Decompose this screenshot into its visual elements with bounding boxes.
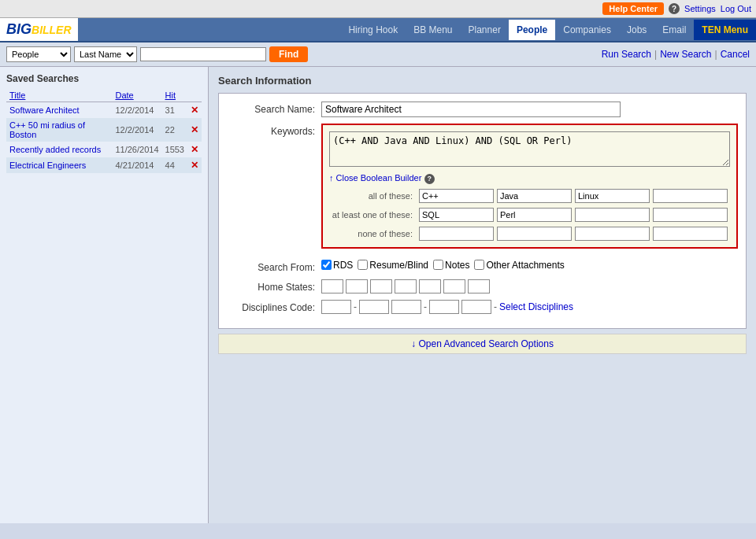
- table-row: Recently added records 11/26/2014 1553 ✕: [6, 142, 202, 157]
- all-input-3[interactable]: [653, 189, 728, 203]
- resume-blind-label[interactable]: Resume/Blind: [358, 260, 428, 271]
- content: Search Information Boolean Builder for C…: [209, 67, 756, 523]
- disc-input-3[interactable]: [429, 300, 459, 314]
- notes-checkbox[interactable]: [433, 260, 443, 270]
- none-input-0[interactable]: [419, 227, 494, 241]
- all-input-0[interactable]: [419, 189, 494, 203]
- state-input-4[interactable]: [419, 279, 441, 293]
- nav-bb-menu[interactable]: BB Menu: [406, 20, 460, 40]
- keywords-value: (C++ AND Java AND Linux) AND (SQL OR Per…: [321, 124, 738, 253]
- none-label: none of these:: [329, 229, 416, 238]
- advanced-options-link[interactable]: ↓ Open Advanced Search Options: [411, 338, 554, 349]
- close-boolean-link[interactable]: ↑ Close Boolean Builder: [329, 173, 421, 183]
- search-from-row: Search From: RDS Resume/Blind Notes Othe…: [227, 260, 738, 273]
- delete-btn-1[interactable]: ✕: [191, 124, 198, 135]
- none-input-1[interactable]: [497, 227, 572, 241]
- other-attachments-checkbox[interactable]: [474, 260, 484, 270]
- disciplines-value: - - - Select Disciplines: [321, 300, 738, 314]
- saved-search-link-0[interactable]: Software Architect: [9, 105, 80, 115]
- delete-btn-2[interactable]: ✕: [191, 144, 198, 155]
- col-title-header[interactable]: Title: [6, 89, 112, 102]
- search-information-heading: Search Information: [218, 75, 747, 87]
- saved-search-link-2[interactable]: Recently added records: [9, 145, 101, 154]
- saved-searches-heading: Saved Searches: [6, 73, 202, 84]
- nav-links: Hiring Hook BB Menu Planner People Compa…: [78, 20, 756, 40]
- help-center-button[interactable]: Help Center: [602, 2, 664, 15]
- logo-biller: BILLER: [32, 24, 72, 36]
- rds-label[interactable]: RDS: [321, 260, 353, 271]
- select-disciplines-link[interactable]: Select Disciplines: [499, 301, 573, 312]
- nav-companies[interactable]: Companies: [555, 20, 619, 40]
- saved-search-link-1[interactable]: C++ 50 mi radius of Boston: [9, 120, 85, 139]
- other-attachments-label[interactable]: Other Attachments: [474, 260, 564, 271]
- disciplines-inputs: - - - Select Disciplines: [321, 300, 738, 314]
- search-type-select[interactable]: People Companies Jobs: [6, 46, 71, 62]
- delete-btn-3[interactable]: ✕: [191, 160, 198, 171]
- saved-search-date-1: 12/2/2014: [112, 118, 161, 142]
- keywords-textarea[interactable]: (C++ AND Java AND Linux) AND (SQL OR Per…: [329, 131, 730, 167]
- search-field-select[interactable]: Last Name First Name Email: [74, 46, 137, 62]
- saved-search-link-3[interactable]: Electrical Engineers: [9, 161, 86, 170]
- all-fields-row: all of these:: [329, 189, 730, 203]
- state-input-1[interactable]: [346, 279, 368, 293]
- state-input-2[interactable]: [370, 279, 392, 293]
- nav-ten-menu[interactable]: TEN Menu: [694, 20, 756, 40]
- atleast-input-2[interactable]: [575, 208, 650, 222]
- disc-input-0[interactable]: [321, 300, 351, 314]
- atleast-input-0[interactable]: [419, 208, 494, 222]
- nav-bar: BIG BILLER Hiring Hook BB Menu Planner P…: [0, 18, 756, 42]
- disc-input-4[interactable]: [461, 300, 491, 314]
- search-name-value: [321, 102, 738, 117]
- state-input-5[interactable]: [443, 279, 465, 293]
- none-input-3[interactable]: [653, 227, 728, 241]
- none-input-2[interactable]: [575, 227, 650, 241]
- footer: Settings | Contact Us | Help Center | Se…: [0, 523, 756, 539]
- nav-hiring-hook[interactable]: Hiring Hook: [340, 20, 406, 40]
- saved-search-hits-1: 22: [162, 118, 187, 142]
- search-from-checkboxes: RDS Resume/Blind Notes Other Attachments: [321, 260, 738, 271]
- nav-planner[interactable]: Planner: [461, 20, 509, 40]
- settings-link[interactable]: Settings: [684, 4, 716, 13]
- action-links: Run Search | New Search | Cancel: [602, 49, 750, 60]
- delete-btn-0[interactable]: ✕: [191, 105, 198, 116]
- logo-big: BIG: [6, 21, 32, 38]
- state-input-6[interactable]: [468, 279, 490, 293]
- keywords-row: Keywords: (C++ AND Java AND Linux) AND (…: [227, 124, 738, 253]
- atleast-input-3[interactable]: [653, 208, 728, 222]
- saved-search-hits-3: 44: [162, 157, 187, 173]
- search-form: Search Name: Keywords: (C++ AND Java AND…: [218, 93, 747, 329]
- disc-input-1[interactable]: [359, 300, 389, 314]
- notes-label[interactable]: Notes: [433, 260, 469, 271]
- resume-blind-checkbox[interactable]: [358, 260, 368, 270]
- state-input-3[interactable]: [395, 279, 417, 293]
- boolean-help-icon[interactable]: ?: [424, 174, 435, 184]
- nav-jobs[interactable]: Jobs: [619, 20, 654, 40]
- table-row: C++ 50 mi radius of Boston 12/2/2014 22 …: [6, 118, 202, 142]
- all-input-2[interactable]: [575, 189, 650, 203]
- boolean-box: (C++ AND Java AND Linux) AND (SQL OR Per…: [321, 124, 738, 249]
- rds-checkbox[interactable]: [321, 260, 332, 270]
- col-date-header[interactable]: Date: [112, 89, 161, 102]
- logout-link[interactable]: Log Out: [721, 4, 751, 13]
- disc-input-2[interactable]: [391, 300, 421, 314]
- search-name-input[interactable]: [321, 102, 621, 117]
- atleast-input-1[interactable]: [497, 208, 572, 222]
- find-button[interactable]: Find: [269, 46, 308, 62]
- home-states-label: Home States:: [227, 279, 321, 293]
- new-search-link[interactable]: New Search: [660, 49, 711, 60]
- search-from-label: Search From:: [227, 260, 321, 273]
- saved-searches-table: Title Date Hit Software Architect 12/2/2…: [6, 89, 202, 173]
- nav-people[interactable]: People: [509, 20, 555, 40]
- all-input-1[interactable]: [497, 189, 572, 203]
- run-search-link[interactable]: Run Search: [602, 49, 651, 60]
- home-states-value: [321, 279, 738, 293]
- atleast-label: at least one of these:: [329, 210, 416, 220]
- nav-email[interactable]: Email: [654, 20, 694, 40]
- col-hits-header[interactable]: Hit: [162, 89, 187, 102]
- cancel-link[interactable]: Cancel: [721, 49, 750, 60]
- saved-search-date-3: 4/21/2014: [112, 157, 161, 173]
- search-input[interactable]: [140, 47, 266, 61]
- atleast-fields-row: at least one of these:: [329, 208, 730, 222]
- table-row: Software Architect 12/2/2014 31 ✕: [6, 102, 202, 119]
- state-input-0[interactable]: [321, 279, 343, 293]
